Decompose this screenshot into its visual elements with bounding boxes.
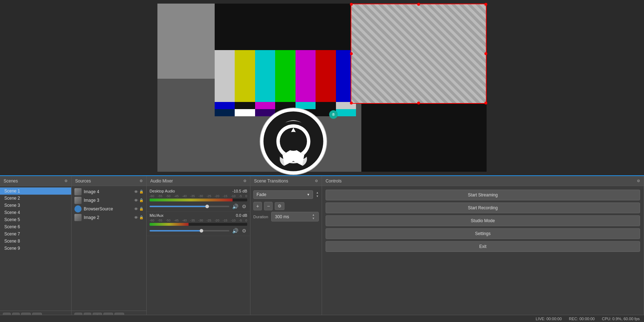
audio-tracks: Desktop Audio -10.5 dB -60-55-50-45-40-3… — [147, 186, 250, 322]
mute-btn[interactable]: 🔊 — [231, 203, 239, 210]
preview-area: ® — [0, 0, 644, 175]
eye-icon[interactable]: 👁 — [134, 198, 138, 203]
audio-meter — [150, 199, 247, 201]
scene-item[interactable]: Scene 1 — [0, 187, 71, 195]
audio-panel-title: Audio Mixer — [150, 179, 173, 184]
lock-icon[interactable]: 🔒 — [139, 190, 143, 194]
source-name-label: Image 4 — [84, 189, 132, 194]
scene-item[interactable]: Scene 5 — [0, 216, 71, 223]
audio-controls: 🔊 ⚙ — [150, 203, 247, 210]
source-name-label: Image 2 — [84, 215, 132, 220]
transition-current: Fade — [257, 192, 266, 197]
scene-item[interactable]: Scene 7 — [0, 230, 71, 238]
settings-button[interactable]: Settings — [326, 228, 640, 239]
spinbox-up-icon[interactable]: ▲ — [316, 191, 319, 195]
audio-meter-fill — [150, 223, 189, 226]
scene-item[interactable]: Scene 2 — [0, 195, 71, 202]
volume-knob[interactable] — [205, 205, 209, 208]
scene-item[interactable]: Scene 6 — [0, 223, 71, 230]
transition-select-row: Fade ▼ ▲ ▼ — [253, 190, 319, 199]
source-action-icons: 👁🔒 — [134, 198, 143, 203]
scene-item[interactable]: Scene 9 — [0, 245, 71, 252]
audio-track-level: 0.0 dB — [236, 213, 247, 218]
source-item[interactable]: Image 3👁🔒 — [72, 196, 146, 205]
handle-bc[interactable] — [417, 102, 420, 104]
volume-slider[interactable] — [150, 230, 229, 231]
lock-icon[interactable]: 🔒 — [139, 215, 143, 220]
handle-tc[interactable] — [417, 3, 420, 6]
transition-remove-btn[interactable]: − — [264, 202, 273, 210]
controls-buttons: Start StreamingStart RecordingStudio Mod… — [322, 186, 644, 322]
transition-spinbox[interactable]: ▲ ▼ — [316, 191, 319, 198]
obs-logo — [259, 107, 327, 175]
sources-panel: Sources ⚙ Image 4👁🔒Image 3👁🔒BrowserSourc… — [72, 176, 147, 322]
source-item[interactable]: Image 2👁🔒 — [72, 213, 146, 222]
volume-knob[interactable] — [200, 229, 203, 233]
sources-panel-icon[interactable]: ⚙ — [140, 179, 143, 183]
transition-select-box[interactable]: Fade ▼ — [253, 190, 313, 199]
status-live: LIVE: 00:00:00 — [536, 317, 562, 321]
transitions-panel: Scene Transitions ⚙ Fade ▼ ▲ ▼ + − ⚙ Dur… — [250, 176, 322, 322]
audio-panel-icon[interactable]: ⚙ — [243, 179, 247, 183]
audio-meter-ticks: -60-55-50-45-40-35-30-25-20-15-10-50 — [150, 219, 247, 222]
audio-settings-btn[interactable]: ⚙ — [241, 203, 247, 210]
duration-label: Duration — [253, 215, 268, 219]
spinbox-down-icon[interactable]: ▼ — [316, 195, 319, 198]
start_streaming-button[interactable]: Start Streaming — [326, 190, 640, 200]
handle-mr[interactable] — [484, 52, 487, 55]
audio-settings-btn[interactable]: ⚙ — [241, 227, 247, 234]
mute-btn[interactable]: 🔊 — [231, 227, 239, 234]
source-item[interactable]: Image 4👁🔒 — [72, 187, 146, 196]
duration-value-text: 300 ms — [275, 214, 289, 219]
transition-controls-row: + − ⚙ — [253, 202, 319, 210]
sources-panel-title: Sources — [75, 179, 91, 184]
source-action-icons: 👁🔒 — [134, 207, 143, 211]
source-thumbnail — [74, 205, 82, 213]
lock-icon[interactable]: 🔒 — [139, 207, 143, 211]
scenes-panel-icon[interactable]: ⚙ — [64, 179, 68, 183]
registered-badge: ® — [329, 110, 338, 119]
selected-source-box[interactable] — [351, 4, 487, 104]
volume-slider[interactable] — [150, 206, 229, 207]
handle-bl[interactable] — [350, 102, 353, 104]
controls-panel-header: Controls ⚙ — [322, 176, 644, 186]
source-item[interactable]: BrowserSource👁🔒 — [72, 205, 146, 213]
lock-icon[interactable]: 🔒 — [139, 198, 143, 203]
bottom-panels: Scenes ⚙ Scene 1Scene 2Scene 3Scene 4Sce… — [0, 175, 644, 322]
transition-add-btn[interactable]: + — [253, 202, 262, 210]
duration-value-box[interactable]: 300 ms ▲ ▼ — [271, 212, 319, 221]
handle-ml[interactable] — [350, 52, 353, 55]
duration-spinbox[interactable]: ▲ ▼ — [312, 213, 315, 220]
handle-tl[interactable] — [350, 3, 353, 6]
exit-button[interactable]: Exit — [326, 241, 640, 252]
source-thumbnail — [74, 197, 82, 204]
duration-down-icon[interactable]: ▼ — [312, 217, 315, 220]
transitions-panel-header: Scene Transitions ⚙ — [250, 176, 322, 186]
duration-up-icon[interactable]: ▲ — [312, 213, 315, 217]
preview-canvas: ® — [157, 4, 487, 172]
scene-item[interactable]: Scene 4 — [0, 209, 71, 216]
handle-tr[interactable] — [484, 3, 487, 6]
audio-panel: Audio Mixer ⚙ Desktop Audio -10.5 dB -60… — [147, 176, 250, 322]
scenes-list: Scene 1Scene 2Scene 3Scene 4Scene 5Scene… — [0, 186, 71, 311]
start_recording-button[interactable]: Start Recording — [326, 203, 640, 213]
eye-icon[interactable]: 👁 — [134, 207, 138, 211]
controls-panel-title: Controls — [326, 179, 342, 184]
handle-br[interactable] — [484, 102, 487, 104]
transitions-panel-icon[interactable]: ⚙ — [315, 179, 318, 183]
audio-panel-header: Audio Mixer ⚙ — [147, 176, 250, 186]
eye-icon[interactable]: 👁 — [134, 190, 138, 194]
scene-item[interactable]: Scene 8 — [0, 238, 71, 245]
scene-item[interactable]: Scene 3 — [0, 202, 71, 209]
audio-track-name: Desktop Audio — [150, 189, 175, 193]
controls-panel-icon[interactable]: ⚙ — [637, 179, 640, 183]
chevron-down-icon: ▼ — [307, 193, 310, 196]
audio-meter-ticks: -60-55-50-45-40-35-30-25-20-15-10-50 — [150, 194, 247, 198]
scenes-panel-title: Scenes — [4, 179, 18, 184]
transition-gear-btn[interactable]: ⚙ — [275, 202, 284, 210]
audio-track: Mic/Aux 0.0 dB -60-55-50-45-40-35-30-25-… — [147, 212, 250, 236]
studio_mode-button[interactable]: Studio Mode — [326, 215, 640, 226]
source-name-label: BrowserSource — [84, 206, 132, 211]
eye-icon[interactable]: 👁 — [134, 215, 138, 220]
status-cpu: CPU: 0.9%, 60.00 fps — [602, 317, 640, 321]
